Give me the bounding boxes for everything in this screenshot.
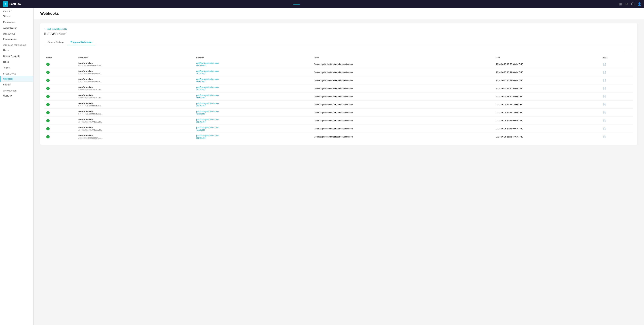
status-success-icon: ✓ (46, 95, 50, 98)
provider-hash: 4dca8a9f9 (196, 113, 310, 115)
provider-name: pactflow-application-saas (196, 70, 310, 72)
col-header-event: Event (312, 55, 494, 60)
status-success-icon: ✓ (46, 119, 50, 122)
navbar: S PactFlow ◫ ⚙ ⓘ 👤 (0, 0, 644, 8)
provider-hash: 362781e83 (196, 89, 310, 91)
consumer-hash: 82534ba54b9b7a6e28298... (78, 73, 192, 75)
cell-consumer-0: terraform-clientb92a7a61a04e84ffbac4789.… (76, 60, 194, 68)
consumer-hash: a5e82186ec38b902ba5c36... (78, 121, 192, 123)
consumer-name: terraform-client (78, 70, 192, 72)
cell-status-3: ✓ (44, 84, 76, 93)
sidebar-item-environments[interactable]: Environments (0, 36, 33, 42)
prev-page-button[interactable]: ‹ (622, 49, 627, 53)
view-log-icon[interactable]: 📄 (603, 79, 606, 82)
cell-date-2: 2024-06-25 18:41:03 GMT+10 (494, 76, 601, 84)
consumer-name: terraform-client (78, 118, 192, 121)
view-log-icon[interactable]: 📄 (603, 111, 606, 114)
provider-hash: 4b8542d65 (196, 97, 310, 99)
table-row: ✓terraform-clientb757beef9b789085bcf1b01… (44, 101, 633, 109)
view-log-icon[interactable]: 📄 (603, 127, 606, 130)
table-header: Status Consumer Provider Event Date Logs (44, 55, 633, 60)
consumer-hash: 82534ba54b9b7a6e28298... (78, 81, 192, 83)
sidebar-item-preferences[interactable]: Preferences (0, 19, 33, 25)
col-header-provider: Provider (194, 55, 312, 60)
sidebar-item-teams[interactable]: Teams (0, 65, 33, 71)
cell-status-8: ✓ (44, 125, 76, 133)
sidebar-item-system-accounts[interactable]: System Accounts (0, 53, 33, 59)
cell-status-1: ✓ (44, 68, 76, 76)
cell-date-1: 2024-06-25 18:41:03 GMT+10 (494, 68, 601, 76)
cell-status-9: ✓ (44, 133, 76, 141)
cell-consumer-9: terraform-clienta728e20143492533697aaa..… (76, 133, 194, 141)
provider-name: pactflow-application-saas (196, 94, 310, 97)
table-row: ✓terraform-clientb92a7a61a04e84ffbac4789… (44, 60, 633, 68)
provider-name: pactflow-application-saas (196, 118, 310, 121)
cell-logs-4[interactable]: 📄 (601, 93, 633, 101)
gear-icon[interactable]: ⚙ (625, 2, 628, 6)
cell-provider-9: pactflow-application-saas362781e83 (194, 133, 312, 141)
main-layout: ACCOUNTTokensPreferencesAuthenticationDE… (0, 8, 644, 325)
cell-consumer-2: terraform-client82534ba54b9b7a6e28298... (76, 76, 194, 84)
cell-provider-1: pactflow-application-saas362781e83 (194, 68, 312, 76)
cell-provider-3: pactflow-application-saas362781e83 (194, 84, 312, 93)
provider-hash: 362781e83 (196, 73, 310, 75)
view-log-icon[interactable]: 📄 (603, 119, 606, 122)
status-success-icon: ✓ (46, 135, 50, 139)
tab-triggered-webhooks[interactable]: Triggered Webhooks (67, 39, 96, 45)
view-log-icon[interactable]: 📄 (603, 87, 606, 90)
status-success-icon: ✓ (46, 63, 50, 66)
col-header-date: Date (494, 55, 601, 60)
provider-name: pactflow-application-saas (196, 62, 310, 64)
table-row: ✓terraform-clienta728e20143492533697aaa.… (44, 133, 633, 141)
view-log-icon[interactable]: 📄 (603, 103, 606, 106)
view-log-icon[interactable]: 📄 (603, 63, 606, 66)
sidebar-item-webhooks[interactable]: Webhooks (0, 76, 33, 82)
cell-logs-9[interactable]: 📄 (601, 133, 633, 141)
cell-logs-5[interactable]: 📄 (601, 101, 633, 109)
brand: S PactFlow (3, 1, 21, 7)
consumer-hash: a728e20143492533697aaa... (78, 137, 192, 139)
view-log-icon[interactable]: 📄 (603, 135, 606, 138)
sidebar-item-tokens[interactable]: Tokens (0, 13, 33, 19)
sidebar-item-authentication[interactable]: Authentication (0, 25, 33, 31)
consumer-name: terraform-client (78, 102, 192, 105)
cell-logs-6[interactable]: 📄 (601, 109, 633, 117)
cell-provider-0: pactflow-application-saas8b02446ea (194, 60, 312, 68)
consumer-name: terraform-client (78, 78, 192, 80)
sidebar-item-roles[interactable]: Roles (0, 59, 33, 65)
status-success-icon: ✓ (46, 103, 50, 106)
consumer-name: terraform-client (78, 62, 192, 64)
sidebar-item-users[interactable]: Users (0, 47, 33, 53)
provider-name: pactflow-application-saas (196, 78, 310, 80)
cell-event-4: Contract published that requires verific… (312, 93, 494, 101)
chat-icon[interactable]: ◫ (619, 2, 622, 6)
next-page-button[interactable]: › (628, 49, 633, 53)
sidebar-section-deployment: DEPLOYMENT (0, 31, 33, 36)
view-log-icon[interactable]: 📄 (603, 71, 606, 74)
cell-logs-8[interactable]: 📄 (601, 125, 633, 133)
back-link[interactable]: ← Back to Webhooks List (44, 28, 67, 30)
sidebar-item-overview[interactable]: Overview (0, 93, 33, 99)
cell-event-8: Contract published that requires verific… (312, 125, 494, 133)
tab-general-settings[interactable]: General Settings (44, 39, 67, 45)
cell-status-2: ✓ (44, 76, 76, 84)
cell-event-9: Contract published that requires verific… (312, 133, 494, 141)
cell-date-4: 2024-06-25 18:40:50 GMT+10 (494, 93, 601, 101)
help-icon[interactable]: ⓘ (631, 2, 634, 6)
triggered-webhooks-table: Status Consumer Provider Event Date Logs… (44, 55, 633, 141)
cell-logs-0[interactable]: 📄 (601, 60, 633, 68)
cell-logs-3[interactable]: 📄 (601, 84, 633, 93)
cell-logs-2[interactable]: 📄 (601, 76, 633, 84)
view-log-icon[interactable]: 📄 (603, 95, 606, 98)
cell-provider-4: pactflow-application-saas4b8542d65 (194, 93, 312, 101)
consumer-name: terraform-client (78, 126, 192, 129)
cell-logs-7[interactable]: 📄 (601, 117, 633, 125)
user-icon[interactable]: 👤 (638, 2, 641, 6)
cell-logs-1[interactable]: 📄 (601, 68, 633, 76)
cell-status-7: ✓ (44, 117, 76, 125)
sidebar-section-users-and-permissions: USERS AND PERMISSIONS (0, 42, 33, 47)
cell-date-7: 2024-06-25 17:31:09 GMT+10 (494, 117, 601, 125)
cell-consumer-5: terraform-clientb757beef9b789085bcf1b01.… (76, 101, 194, 109)
sidebar-item-secrets[interactable]: Secrets (0, 82, 33, 88)
cell-provider-2: pactflow-application-saas4b8542d65 (194, 76, 312, 84)
